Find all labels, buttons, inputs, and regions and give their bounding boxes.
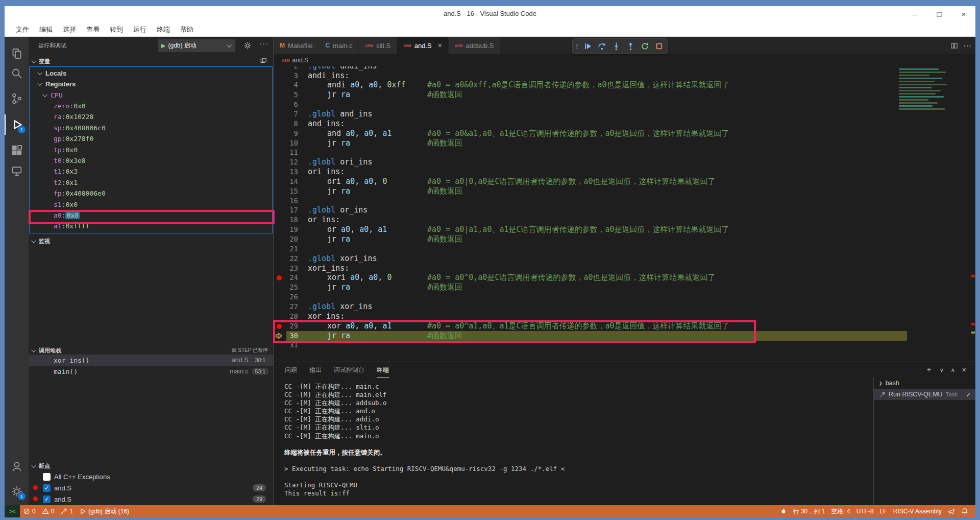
close-panel-icon[interactable]: × bbox=[962, 366, 966, 374]
menu-运行[interactable]: 运行 bbox=[128, 23, 152, 36]
overview-ruler[interactable] bbox=[970, 66, 975, 362]
code-line-19[interactable]: 19or a0, a0, a1#a0 = a0|a1,a0、a1是C语言调用者传… bbox=[274, 225, 975, 234]
status-tools[interactable]: 1 bbox=[57, 505, 76, 517]
new-terminal-icon[interactable]: ＋ bbox=[925, 365, 933, 374]
code-line-17[interactable]: 17.globl or_ins bbox=[274, 205, 975, 215]
status-flame[interactable] bbox=[777, 505, 790, 517]
panel-tab-问题[interactable]: 问题 bbox=[285, 362, 297, 377]
menu-编辑[interactable]: 编辑 bbox=[34, 23, 58, 36]
menu-帮助[interactable]: 帮助 bbox=[175, 23, 199, 36]
variables-section-header[interactable]: 变量 bbox=[29, 56, 273, 66]
code-line-31[interactable]: 31 bbox=[274, 340, 975, 350]
status-UTF-8[interactable]: UTF-8 bbox=[853, 505, 877, 517]
register-sp[interactable]: sp: 0x408006c0 bbox=[30, 123, 272, 133]
stack-frame-main[interactable]: main()main.c53:1 bbox=[29, 366, 273, 377]
menu-终端[interactable]: 终端 bbox=[152, 23, 175, 36]
stack-frame-xor_ins[interactable]: xor_ins()and.S30:1 bbox=[29, 354, 273, 366]
register-t0[interactable]: t0: 0x3e8 bbox=[30, 155, 272, 166]
activitybar-remote-explorer[interactable] bbox=[5, 160, 29, 181]
activitybar-search[interactable] bbox=[5, 63, 29, 84]
breakpoint-item-0[interactable]: All C++ Exceptions bbox=[29, 471, 273, 482]
code-line-7[interactable]: 7.globl and_ins bbox=[274, 109, 975, 119]
tab-and.S[interactable]: ASMand.S× bbox=[397, 37, 449, 54]
code-line-9[interactable]: 9and a0, a0, a1#a0 = a0&a1,a0、a1是C语言调用者传… bbox=[274, 129, 975, 138]
maximize-button[interactable]: □ bbox=[933, 8, 946, 21]
terminal-session-bash[interactable]: ❯bash bbox=[874, 377, 975, 389]
continue-button[interactable] bbox=[581, 39, 594, 53]
terminal-picker-chevron-icon[interactable]: ∨ bbox=[940, 367, 944, 373]
status-LF[interactable]: LF bbox=[877, 505, 890, 517]
stop-button[interactable] bbox=[652, 39, 666, 53]
maximize-panel-icon[interactable]: ∧ bbox=[951, 367, 955, 373]
register-a0[interactable]: a0: 0x0 bbox=[30, 210, 272, 221]
code-line-23[interactable]: 23xori_ins: bbox=[274, 264, 975, 273]
tree-item-locals[interactable]: Locals bbox=[30, 68, 272, 79]
code-line-20[interactable]: 20jr ra#函数返回 bbox=[274, 234, 975, 244]
step-over-button[interactable] bbox=[595, 39, 608, 53]
breakpoint-dot[interactable] bbox=[277, 324, 282, 329]
code-line-11[interactable]: 11 bbox=[274, 148, 975, 157]
code-line-15[interactable]: 15jr ra#函数返回 bbox=[274, 186, 975, 196]
code-line-30[interactable]: 30jr ra#函数返回 bbox=[274, 331, 975, 341]
more-actions-icon[interactable]: ··· bbox=[259, 39, 268, 48]
gear-icon[interactable] bbox=[243, 41, 252, 52]
panes-icon[interactable] bbox=[260, 57, 267, 65]
code-line-18[interactable]: 18or_ins: bbox=[274, 215, 975, 225]
status-行 30，列 1[interactable]: 行 30，列 1 bbox=[790, 505, 828, 517]
status-debug-start[interactable]: (gdb) 启动 (16) bbox=[76, 505, 132, 517]
code-line-2[interactable]: 2.globl andi_ins bbox=[274, 66, 975, 71]
activitybar-accounts[interactable] bbox=[5, 456, 29, 477]
launch-config-dropdown[interactable]: ▶ (gdb) 启动 bbox=[158, 39, 235, 52]
terminal-session-Run RISCV-QEMU[interactable]: Run RISCV-QEMUTask✓ bbox=[874, 389, 975, 400]
register-t1[interactable]: t1: 0x3 bbox=[30, 166, 272, 177]
breakpoint-item-2[interactable]: ✓and.S29 bbox=[29, 493, 273, 505]
terminal-output[interactable]: CC -[M] 正在构建... main.cCC -[M] 正在构建... ma… bbox=[284, 383, 868, 505]
status-bell[interactable] bbox=[958, 505, 971, 517]
tab-slti.S[interactable]: ASMslti.S bbox=[359, 37, 397, 54]
activitybar-run-and-debug[interactable]: 1 bbox=[5, 114, 29, 135]
panel-tab-输出[interactable]: 输出 bbox=[309, 362, 322, 377]
breakpoints-section-header[interactable]: 断点 bbox=[29, 461, 273, 471]
panel-tab-调试控制台[interactable]: 调试控制台 bbox=[334, 362, 364, 377]
tab-Makefile[interactable]: MMakefile bbox=[274, 37, 319, 54]
code-line-29[interactable]: 29xor a0, a0, a1#a0 = a0^a1,a0、a1是C语言调用者… bbox=[274, 321, 975, 331]
code-line-4[interactable]: 4andi a0, a0, 0xff#a0 = a0&0xff,a0是C语言调用… bbox=[274, 80, 975, 90]
status-空格: 4[interactable]: 空格: 4 bbox=[828, 505, 853, 517]
activitybar-settings[interactable]: 1 bbox=[5, 481, 29, 502]
callstack-section-header[interactable]: 调用堆栈 因 STEP 已暂停 bbox=[29, 345, 273, 356]
status-error[interactable]: 0 bbox=[20, 505, 39, 517]
code-line-22[interactable]: 22.globl xori_ins bbox=[274, 254, 975, 264]
activitybar-extensions[interactable] bbox=[5, 140, 29, 160]
code-editor[interactable]: 2.globl andi_ins3andi_ins:4andi a0, a0, … bbox=[274, 66, 975, 362]
code-line-8[interactable]: 8and_ins: bbox=[274, 119, 975, 129]
code-line-28[interactable]: 28xor_ins: bbox=[274, 312, 975, 321]
register-ra[interactable]: ra: 0x10228 bbox=[30, 111, 272, 122]
status-warning[interactable]: 0 bbox=[39, 505, 58, 517]
close-tab-icon[interactable]: × bbox=[438, 41, 442, 50]
drag-handle[interactable]: ⣿ bbox=[575, 45, 580, 48]
minimize-button[interactable]: – bbox=[908, 8, 921, 21]
menu-查看[interactable]: 查看 bbox=[81, 23, 105, 36]
register-s1[interactable]: s1: 0x0 bbox=[30, 199, 272, 210]
panel-tab-终端[interactable]: 终端 bbox=[377, 362, 389, 377]
menu-转到[interactable]: 转到 bbox=[105, 23, 128, 36]
register-zero[interactable]: zero: 0x0 bbox=[30, 101, 272, 111]
code-line-6[interactable]: 6 bbox=[274, 100, 975, 109]
code-line-16[interactable]: 16 bbox=[274, 196, 975, 206]
minimap[interactable] bbox=[898, 68, 968, 171]
more-actions-icon[interactable]: ⋯ bbox=[963, 41, 971, 51]
register-t2[interactable]: t2: 0x1 bbox=[30, 177, 272, 188]
code-line-5[interactable]: 5jr ra#函数返回 bbox=[274, 90, 975, 100]
breadcrumb[interactable]: ASM and.S bbox=[274, 54, 975, 66]
close-button[interactable]: × bbox=[957, 8, 970, 21]
status-RISC-V Assembly[interactable]: RISC-V Assembly bbox=[890, 505, 945, 517]
register-fp[interactable]: fp: 0x408006e0 bbox=[30, 188, 272, 199]
step-out-button[interactable] bbox=[624, 39, 637, 53]
code-line-12[interactable]: 12.globl ori_ins bbox=[274, 157, 975, 167]
code-line-13[interactable]: 13ori_ins: bbox=[274, 167, 975, 177]
breakpoint-item-1[interactable]: ✓and.S24 bbox=[29, 482, 273, 493]
status-feedback[interactable] bbox=[945, 505, 958, 517]
tab-main.c[interactable]: Cmain.c bbox=[319, 37, 359, 54]
tree-item-registers[interactable]: Registers bbox=[30, 79, 272, 89]
tree-item-cpu[interactable]: CPU bbox=[30, 90, 272, 101]
